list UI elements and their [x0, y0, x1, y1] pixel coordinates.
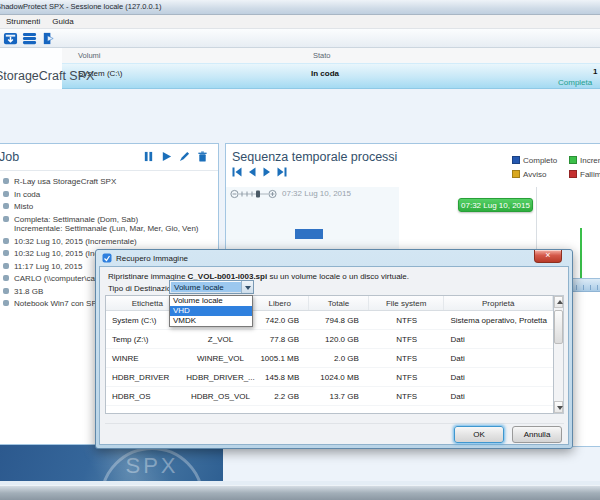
close-icon[interactable]: × [534, 250, 562, 263]
scroll-up-icon[interactable] [554, 296, 563, 308]
dialog-message: Ripristinare immagine C_VOL-b001-i003.sp… [108, 272, 409, 281]
job-item-line: R-Lay usa StorageCraft SPX [14, 177, 116, 187]
menu-strumenti[interactable]: Strumenti [0, 15, 46, 28]
table-row[interactable]: WINREWINRE_VOL1005.1 MB2.0 GBNTFSDati [106, 349, 553, 368]
exit-icon[interactable] [41, 31, 56, 46]
job-item-text: R-Lay usa StorageCraft SPX [14, 177, 116, 187]
table-row[interactable]: HDBR_DRIVERHDBR_DRIVER_...145.8 MB1024.0… [106, 368, 553, 387]
table-cell: 1005.1 MB [251, 349, 309, 367]
table-cell: Dati [445, 349, 554, 367]
skip-forward-icon[interactable] [277, 167, 287, 177]
backup-icon[interactable] [3, 31, 18, 46]
dialog-titlebar[interactable]: Recupero Immagine × [96, 250, 572, 266]
ok-button[interactable]: OK [454, 426, 504, 443]
table-cell: Z_VOL [190, 330, 252, 348]
table-cell: HDBR_DRIVER [106, 368, 190, 386]
legend-label: Fallimento [580, 170, 600, 179]
job-item-text: 31.8 GB [14, 287, 43, 297]
job-item-icon [3, 263, 9, 269]
dropdown-option[interactable]: Volume locale [170, 296, 252, 306]
table-cell: NTFS [369, 368, 445, 386]
job-item-line: Notebook Win7 con SPX [14, 299, 102, 309]
job-list-item: Completa: Settimanale (Dom, Sab)Incremen… [3, 215, 214, 234]
table-cell: 0.0 Byte [309, 406, 369, 414]
job-item-text: 11:17 Lug 10, 2015 [14, 262, 82, 272]
volumes-icon[interactable] [22, 31, 37, 46]
dialog-title: Recupero Immagine [116, 254, 188, 263]
table-cell: WINRE_VOL [190, 349, 252, 367]
job-item-line: 31.8 GB [14, 287, 43, 297]
table-cell: Dati [445, 368, 553, 386]
message-suffix: su un volume locale o un disco virtuale. [267, 272, 409, 281]
table-cell: Dati [445, 406, 554, 414]
table-cell [369, 406, 445, 414]
dialog-icon [102, 253, 112, 263]
dropdown-option[interactable]: VHD [170, 306, 252, 316]
job-item-line: 10:32 Lug 10, 2015 (Incrementale) [14, 237, 137, 247]
job-panel-header: Job [0, 144, 218, 171]
brand-watermark-panel: SPX [0, 445, 223, 485]
column-header[interactable]: File system [369, 296, 445, 310]
job-list-item: In coda [3, 190, 214, 200]
column-header[interactable]: Totale [309, 296, 369, 310]
skip-back-icon[interactable] [232, 167, 242, 177]
timeline-marker-badge[interactable]: 07:32 Lug 10, 2015 [458, 198, 533, 212]
delete-icon[interactable] [197, 151, 208, 162]
job-item-text: Notebook Win7 con SPX [14, 299, 102, 309]
job-item-icon [3, 300, 9, 306]
table-cell: HDBR_DRIVER_... [190, 368, 252, 386]
table-row[interactable]: Q:\Q_VOL0.0 Byte0.0 ByteDati [106, 406, 553, 414]
job-item-line: Misto [14, 202, 33, 212]
job-item-icon [3, 191, 9, 197]
table-cell: 794.8 GB [309, 311, 369, 329]
job-item-icon [3, 178, 9, 184]
menubar: Strumenti Guida [0, 15, 600, 29]
job-item-line: CARLO (\\computer\carlo) [14, 274, 106, 284]
play-icon[interactable] [161, 151, 172, 162]
window-titlebar: ShadowProtect SPX - Sessione locale (127… [0, 0, 600, 15]
forward-icon[interactable] [262, 167, 272, 177]
column-header[interactable]: Proprietà [444, 296, 553, 310]
job-item-icon [3, 238, 9, 244]
table-scrollbar[interactable] [554, 295, 564, 414]
table-cell: WINRE [106, 349, 190, 367]
legend-swatch [512, 170, 520, 178]
combobox-value: Volume locale [171, 282, 241, 292]
job-item-icon [3, 203, 9, 209]
job-item-icon [3, 250, 9, 256]
scrollbar-thumb[interactable] [554, 310, 563, 344]
volume-progress-text: Completa [558, 78, 592, 87]
table-row[interactable]: HDBR_OSHDBR_OS_VOL2.2 GB13.7 GBNTFSDati [106, 387, 553, 406]
table-row[interactable]: Temp (Z:\)Z_VOL77.8 GB120.0 GBNTFSDati [106, 330, 553, 349]
pause-icon[interactable] [143, 151, 154, 162]
volume-row-system[interactable]: System (C:\) In coda 1 Completa [62, 63, 600, 89]
job-list-item: R-Lay usa StorageCraft SPX [3, 177, 214, 187]
table-cell: NTFS [369, 387, 445, 405]
cancel-button[interactable]: Annulla [512, 426, 562, 443]
legend-swatch [512, 156, 520, 164]
back-icon[interactable] [247, 167, 257, 177]
legend-label: Avviso [523, 170, 546, 179]
combobox-dropdown-button[interactable] [241, 281, 253, 293]
legend-label: Completo [523, 156, 557, 165]
scroll-down-icon[interactable] [554, 401, 563, 413]
timeline-nav [232, 167, 287, 177]
table-cell: Dati [445, 330, 554, 348]
table-cell: HDBR_OS_VOL [190, 387, 252, 405]
timeline-complete-bar[interactable] [295, 229, 323, 239]
toolbar [0, 29, 600, 48]
table-cell: HDBR_OS [106, 387, 190, 405]
column-header[interactable]: Libero [251, 296, 309, 310]
dropdown-option[interactable]: VMDK [170, 316, 252, 326]
legend-label: Incrementale [580, 156, 600, 165]
edit-icon[interactable] [179, 151, 190, 162]
timeline-zoom-slider[interactable] [230, 189, 278, 199]
menu-guida[interactable]: Guida [46, 15, 79, 28]
legend-swatch [569, 156, 577, 164]
table-cell: 742.0 GB [251, 311, 309, 329]
dialog-body: Ripristinare immagine C_VOL-b001-i003.sp… [99, 266, 569, 445]
job-item-text: CARLO (\\computer\carlo) [14, 274, 106, 284]
legend-item: Fallimento [569, 167, 600, 181]
recupero-immagine-dialog: Recupero Immagine × Ripristinare immagin… [95, 249, 573, 449]
destination-type-combobox[interactable]: Volume locale [169, 280, 254, 294]
